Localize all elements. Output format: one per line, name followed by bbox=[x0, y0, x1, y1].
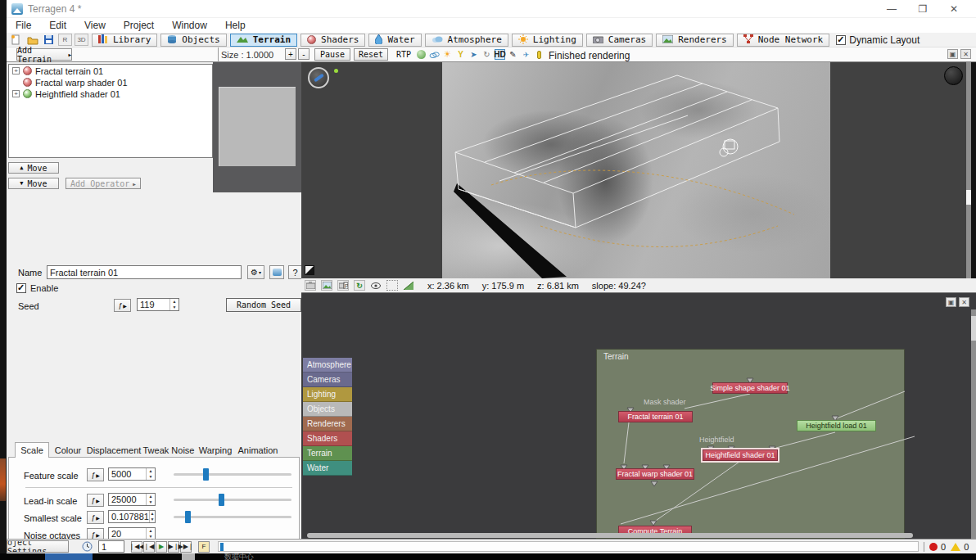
taskbar-active-app[interactable] bbox=[45, 553, 93, 560]
gradient-toggle-icon[interactable] bbox=[305, 265, 314, 275]
category-water[interactable]: Water bbox=[303, 461, 352, 476]
pane-restore-icon[interactable]: ▣ bbox=[946, 297, 956, 307]
animation-button[interactable]: ƒ▶ bbox=[87, 494, 104, 507]
project-settings-button[interactable]: oject Settings. bbox=[7, 540, 69, 553]
render-camera-icon[interactable] bbox=[305, 280, 316, 291]
network-node-heightfield-shader[interactable]: Heightfield shader 01 bbox=[703, 449, 778, 461]
menu-view[interactable]: View bbox=[75, 20, 115, 31]
tab-warping[interactable]: Warping bbox=[197, 442, 234, 458]
refresh-icon[interactable]: ↻ bbox=[481, 49, 492, 60]
refresh-icon[interactable]: ↻ bbox=[354, 280, 365, 291]
help-button[interactable]: ? bbox=[288, 265, 302, 279]
toolbar-renderers[interactable]: Renderers bbox=[656, 34, 734, 47]
menu-edit[interactable]: Edit bbox=[40, 20, 75, 31]
random-seed-button[interactable]: Random Seed bbox=[226, 298, 301, 312]
trackball-icon[interactable] bbox=[308, 67, 329, 88]
lead-in-scale-slider[interactable] bbox=[174, 499, 291, 501]
network-node-fractal-warp-shader[interactable]: Fractal warp shader 01 bbox=[616, 468, 694, 480]
enable-row[interactable]: Enable bbox=[16, 283, 58, 293]
network-hscrollbar[interactable] bbox=[307, 533, 913, 538]
toolbar-water[interactable]: Water bbox=[368, 34, 421, 47]
cloud-icon[interactable] bbox=[429, 49, 440, 60]
prev-frame-button[interactable]: ❘◀ bbox=[143, 541, 155, 553]
category-shaders[interactable]: Shaders bbox=[303, 431, 352, 446]
timeline[interactable] bbox=[218, 541, 919, 552]
list-item[interactable]: + Fractal terrain 01 bbox=[9, 65, 212, 76]
clock-icon[interactable] bbox=[80, 540, 93, 553]
pane-close-icon[interactable]: ✕ bbox=[960, 49, 971, 59]
toolbar-objects[interactable]: Objects bbox=[160, 34, 226, 47]
network-vscrollbar[interactable] bbox=[971, 309, 976, 539]
menu-window[interactable]: Window bbox=[163, 20, 216, 31]
toolbar-node-network[interactable]: Node Network bbox=[737, 34, 829, 47]
sun-icon[interactable]: ☀ bbox=[442, 49, 453, 60]
slope-icon[interactable] bbox=[403, 280, 414, 291]
node-network-pane[interactable]: ▣ ✕ Atmosphere Cameras Lighting Objects … bbox=[301, 293, 976, 539]
toolbar-atmosphere[interactable]: Atmosphere bbox=[425, 34, 508, 47]
seed-spinner[interactable]: 119 ▲▼ bbox=[137, 298, 179, 311]
name-input[interactable]: Fractal terrain 01 bbox=[47, 265, 242, 279]
move-down-button[interactable]: ▼Move bbox=[8, 178, 59, 189]
battery-icon[interactable] bbox=[534, 49, 544, 60]
network-node-heightfield-load[interactable]: Heightfield load 01 bbox=[797, 420, 876, 431]
3d-preview-button[interactable]: 3D bbox=[75, 34, 88, 46]
tab-animation[interactable]: Animation bbox=[236, 442, 280, 458]
preview-sphere-icon[interactable] bbox=[416, 49, 427, 60]
frame-input[interactable]: 1 bbox=[98, 540, 124, 553]
size-decrease-button[interactable]: - bbox=[298, 48, 310, 60]
list-item[interactable]: Fractal warp shader 01 bbox=[9, 77, 212, 88]
seed-animation-button[interactable]: ƒ▶ bbox=[114, 299, 131, 312]
category-lighting[interactable]: Lighting bbox=[303, 387, 352, 402]
pen-icon[interactable]: ✎ bbox=[508, 49, 518, 60]
tab-tweak-noise[interactable]: Tweak Noise bbox=[142, 442, 195, 458]
network-node-simple-shape-shader[interactable]: Simple shape shader 01 bbox=[712, 382, 788, 394]
lead-in-scale-spinner[interactable]: 25000▲▼ bbox=[108, 493, 156, 506]
shader-preview-image[interactable] bbox=[219, 87, 296, 166]
animation-button[interactable]: ƒ▶ bbox=[87, 511, 104, 524]
terrain-group-box[interactable]: Terrain bbox=[596, 349, 905, 539]
reset-button[interactable]: Reset bbox=[354, 48, 388, 61]
play-button[interactable]: ▶ bbox=[156, 541, 167, 553]
category-cameras[interactable]: Cameras bbox=[303, 373, 352, 387]
terrain-render[interactable] bbox=[442, 62, 830, 278]
animation-button[interactable]: ƒ▶ bbox=[87, 468, 104, 481]
go-end-button[interactable]: ▶▶❘ bbox=[180, 541, 192, 553]
render-button[interactable]: R bbox=[58, 34, 72, 46]
spinner-arrows[interactable]: ▲▼ bbox=[169, 299, 178, 310]
taskbar-window-icon[interactable] bbox=[182, 553, 195, 560]
timeline-cursor[interactable] bbox=[220, 543, 224, 551]
category-renderers[interactable]: Renderers bbox=[303, 417, 352, 431]
eye-icon[interactable] bbox=[370, 280, 382, 291]
dynamic-layout-checkbox[interactable] bbox=[836, 35, 846, 45]
add-operator-button[interactable]: Add Operator▶ bbox=[66, 178, 141, 189]
menu-project[interactable]: Project bbox=[115, 20, 163, 31]
feature-scale-slider[interactable] bbox=[174, 473, 291, 476]
new-file-icon[interactable] bbox=[9, 34, 23, 46]
frame-lock-icon[interactable]: F bbox=[198, 541, 210, 553]
water-level-icon[interactable]: Y bbox=[455, 49, 466, 60]
preview-3d-viewport[interactable] bbox=[301, 62, 971, 278]
toolbar-terrain[interactable]: Terrain bbox=[230, 34, 297, 47]
pause-button[interactable]: Pause bbox=[314, 48, 350, 61]
toolbar-cameras[interactable]: Cameras bbox=[586, 34, 653, 47]
menu-file[interactable]: File bbox=[7, 20, 40, 31]
list-item[interactable]: + Heightfield shader 01 bbox=[9, 88, 212, 99]
enable-checkbox[interactable] bbox=[16, 283, 26, 293]
smallest-scale-slider[interactable] bbox=[174, 516, 291, 518]
size-increase-button[interactable]: + bbox=[285, 48, 296, 60]
toolbar-lighting[interactable]: Lighting bbox=[512, 34, 583, 47]
add-terrain-button[interactable]: Add Terrain▶ bbox=[16, 48, 72, 61]
pane-close-icon[interactable]: ✕ bbox=[959, 297, 969, 307]
region-select-icon[interactable] bbox=[386, 280, 398, 291]
expand-icon[interactable]: + bbox=[12, 67, 20, 75]
tab-displacement[interactable]: Displacement bbox=[87, 442, 141, 458]
display-button[interactable] bbox=[269, 265, 284, 279]
navigation-sphere-icon[interactable] bbox=[944, 66, 963, 85]
network-node-fractal-terrain[interactable]: Fractal terrain 01 bbox=[618, 411, 693, 422]
close-button[interactable]: ✕ bbox=[942, 2, 966, 16]
expand-icon[interactable]: + bbox=[12, 90, 20, 97]
go-start-button[interactable]: ❘◀◀ bbox=[131, 541, 142, 553]
save-icon[interactable] bbox=[42, 34, 56, 46]
smallest-scale-spinner[interactable]: 0.107881▲▼ bbox=[108, 510, 156, 523]
rtp-button[interactable]: RTP bbox=[391, 48, 416, 61]
